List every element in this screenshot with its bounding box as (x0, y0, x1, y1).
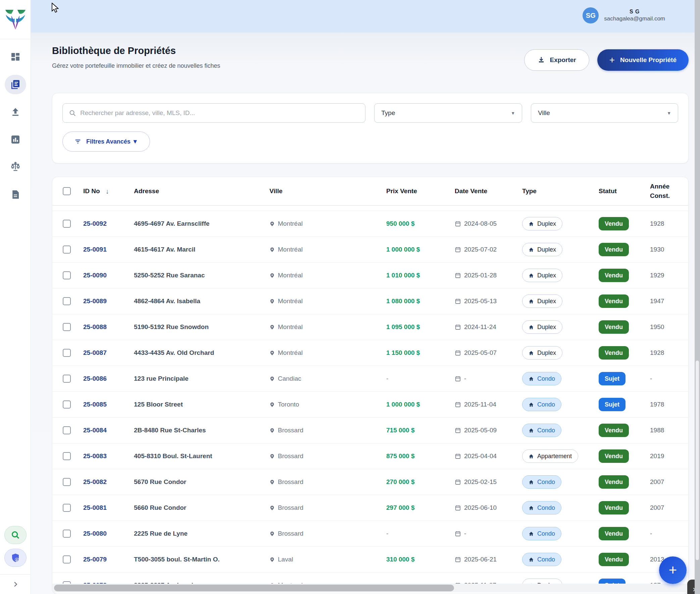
row-address[interactable]: T500-3055 boul. St-Martin O. (134, 556, 269, 563)
type-select[interactable]: Type ▼ (374, 103, 522, 123)
type-chip[interactable]: Condo (522, 372, 562, 385)
row-checkbox[interactable] (63, 555, 71, 563)
type-chip[interactable]: Duplex (522, 269, 563, 282)
row-address[interactable]: 405-8310 Boul. St-Laurent (134, 453, 269, 460)
house-icon (529, 454, 534, 459)
row-checkbox[interactable] (63, 452, 71, 460)
row-address[interactable]: 2B-8480 Rue St-Charles (134, 427, 269, 434)
row-id[interactable]: 25-0083 (83, 453, 134, 460)
type-chip[interactable]: Condo (522, 501, 562, 515)
row-address[interactable]: 5250-5252 Rue Saranac (134, 272, 269, 279)
location-pin-icon (269, 479, 275, 485)
new-property-button[interactable]: + Nouvelle Propriété (597, 49, 689, 71)
table-row: 25-00914615-4617 Av. MarcilMontréal1 000… (52, 237, 688, 263)
horizontal-scrollbar-thumb[interactable] (54, 585, 454, 591)
type-chip[interactable]: Duplex (522, 346, 563, 360)
type-chip[interactable]: Duplex (522, 295, 563, 308)
row-address[interactable]: 5670 Rue Condor (134, 478, 269, 486)
row-address[interactable]: 4615-4617 Av. Marcil (134, 246, 269, 253)
row-checkbox[interactable] (63, 349, 71, 357)
type-chip[interactable]: Duplex (522, 217, 563, 230)
avatar[interactable]: SG (582, 7, 599, 24)
row-price: 270 000 $ (386, 478, 455, 486)
search-input[interactable] (80, 109, 359, 117)
sidebar-item-upload[interactable] (5, 102, 26, 122)
row-checkbox[interactable] (63, 375, 71, 383)
user-menu[interactable]: SG S G sachagalea@gmail.com (582, 7, 665, 24)
row-year: 1930 (650, 246, 688, 253)
ville-select[interactable]: Ville ▼ (531, 103, 678, 123)
column-header-date[interactable]: Date Vente (455, 188, 522, 195)
row-id[interactable]: 25-0087 (83, 349, 134, 357)
row-checkbox[interactable] (63, 400, 71, 408)
row-id[interactable]: 25-0086 (83, 375, 134, 382)
row-date: 2025-05-13 (455, 297, 522, 305)
column-header-statut[interactable]: Statut (599, 188, 650, 195)
table-row: 25-00815660 Rue CondorBrossard297 000 $2… (52, 495, 688, 521)
row-checkbox[interactable] (63, 220, 71, 228)
horizontal-scrollbar[interactable] (52, 584, 689, 592)
column-header-prix[interactable]: Prix Vente (386, 188, 455, 195)
row-address[interactable]: 4433-4435 Av. Old Orchard (134, 349, 269, 357)
row-checkbox[interactable] (63, 426, 71, 434)
type-chip[interactable]: Condo (522, 527, 562, 540)
row-id[interactable]: 25-0092 (83, 220, 134, 227)
row-address[interactable]: 5190-5192 Rue Snowdon (134, 323, 269, 331)
row-checkbox[interactable] (63, 530, 71, 538)
type-chip[interactable]: Condo (522, 475, 562, 489)
advanced-filters-button[interactable]: Filtres Avancés ▼ (62, 131, 150, 152)
column-header-id[interactable]: ID No ↓ (83, 188, 134, 195)
type-chip[interactable]: Condo (522, 553, 562, 566)
sidebar-item-analytics[interactable] (5, 130, 26, 149)
app-logo[interactable] (0, 0, 31, 39)
add-property-fab[interactable]: + (659, 556, 687, 584)
sort-desc-icon[interactable]: ↓ (106, 188, 109, 195)
row-checkbox[interactable] (63, 504, 71, 512)
column-header-adresse[interactable]: Adresse (134, 188, 269, 195)
type-chip[interactable]: Duplex (522, 320, 563, 334)
row-id[interactable]: 25-0082 (83, 478, 134, 486)
row-address[interactable]: 4862-4864 Av. Isabella (134, 297, 269, 305)
row-checkbox[interactable] (63, 271, 71, 279)
house-icon (529, 557, 534, 562)
row-price: - (386, 375, 455, 382)
row-checkbox[interactable] (63, 478, 71, 486)
vertical-scrollbar-thumb[interactable] (696, 361, 699, 560)
sidebar-item-dashboard[interactable] (5, 47, 26, 67)
row-id[interactable]: 25-0090 (83, 272, 134, 279)
row-address[interactable]: 4695-4697 Av. Earnscliffe (134, 220, 269, 227)
row-id[interactable]: 25-0091 (83, 246, 134, 253)
sidebar-item-library[interactable] (5, 75, 26, 94)
row-checkbox[interactable] (63, 245, 71, 254)
row-address[interactable]: 2225 Rue de Lyne (134, 530, 269, 537)
sidebar-item-documents[interactable] (5, 185, 26, 204)
row-address[interactable]: 123 rue Principale (134, 375, 269, 382)
table-row: 25-00894862-4864 Av. IsabellaMontréal1 0… (52, 289, 688, 314)
row-address[interactable]: 5660 Rue Condor (134, 504, 269, 512)
export-button[interactable]: Exporter (524, 49, 589, 71)
column-header-type[interactable]: Type (522, 188, 599, 195)
row-address[interactable]: 125 Bloor Street (134, 401, 269, 408)
sidebar-admin-button[interactable] (4, 549, 27, 567)
row-id[interactable]: 25-0084 (83, 427, 134, 434)
type-chip[interactable]: Condo (522, 398, 562, 411)
row-id[interactable]: 25-0089 (83, 297, 134, 305)
select-all-checkbox[interactable] (63, 187, 71, 195)
sidebar-collapse-button[interactable] (0, 574, 31, 594)
type-chip[interactable]: Appartement (522, 450, 578, 463)
row-id[interactable]: 25-0085 (83, 401, 134, 408)
row-id[interactable]: 25-0081 (83, 504, 134, 512)
row-id[interactable]: 25-0080 (83, 530, 134, 537)
row-id[interactable]: 25-0088 (83, 323, 134, 331)
vertical-scrollbar[interactable] (695, 0, 700, 594)
type-chip[interactable]: Condo (522, 424, 562, 437)
sidebar-item-evaluations[interactable] (5, 157, 26, 177)
sidebar-search-button[interactable] (4, 526, 27, 544)
row-checkbox[interactable] (63, 323, 71, 331)
row-checkbox[interactable] (63, 297, 71, 305)
column-header-ville[interactable]: Ville (269, 188, 386, 195)
column-header-annee[interactable]: Année Const. (650, 182, 688, 201)
type-chip[interactable]: Duplex (522, 243, 563, 256)
row-id[interactable]: 25-0079 (83, 556, 134, 563)
house-icon (529, 428, 534, 433)
